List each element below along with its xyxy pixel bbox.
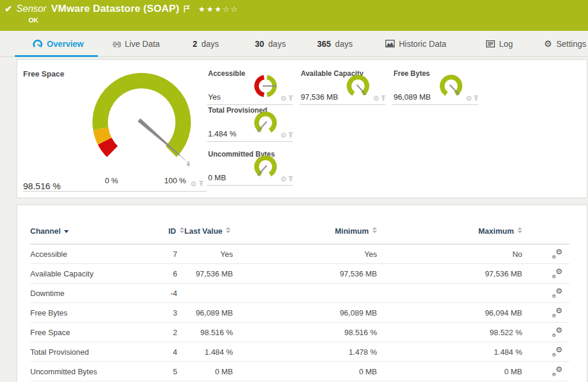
table-row[interactable]: Total Provisioned 4 1.484 % 1.478 % 1.48… [30,342,570,362]
pin-icon[interactable]: Ŧ [289,131,293,139]
cell-channel-id: 3 [167,303,184,323]
cell-channel-id: 7 [167,244,184,264]
tab-log[interactable]: Log [486,31,513,56]
cell-channel-id: 5 [167,362,184,381]
gauge-tile-accessible[interactable]: Accessible Yes ⚙ Ŧ [207,68,293,105]
channel-settings-icon[interactable]: ⚙⚙ [552,268,563,278]
channel-settings-icon[interactable]: ⚙⚙ [552,366,563,375]
cell-channel-name: Downtime [30,284,167,303]
column-header-last-value[interactable]: Last Value [184,222,238,244]
gauge-tile-free-bytes[interactable]: Free Bytes 96,089 MB ⚙ Ŧ [392,68,478,105]
column-header-channel[interactable]: Channel [30,222,167,244]
pin-icon[interactable]: Ŧ [199,180,203,188]
table-row[interactable]: Uncommitted Bytes 5 0 MB 0 MB 0 MB ⚙⚙ [30,362,570,381]
gauge-max-label: 100 % [164,176,186,185]
pin-icon[interactable]: Ŧ [289,94,293,103]
priority-flag-icon[interactable] [183,5,190,13]
tab-live-data[interactable]: ((•)) Live Data [113,31,160,56]
sensor-title: VMware Datastore (SOAP) [51,3,179,15]
sort-icon [180,227,184,233]
column-header-actions [525,222,570,244]
channel-gear-icon[interactable]: ⚙ [373,94,379,103]
cell-last-value: Yes [184,244,238,264]
cell-channel-id: 6 [167,264,184,284]
cell-channel-id: -4 [167,284,184,303]
free-bytes-gauge [436,73,466,101]
tab-historic-data[interactable]: Historic Data [385,31,446,56]
log-icon [486,40,495,47]
gear-icon: ⚙ [544,39,552,49]
cell-last-value: 97,536 MB [184,264,238,284]
free-space-gauge: x̄ [79,68,205,180]
cell-channel-name: Uncommitted Bytes [30,362,167,381]
accessible-gauge [250,73,281,101]
tab-overview[interactable]: Overview [33,31,84,56]
channel-gear-icon[interactable]: ⚙ [190,180,197,188]
cell-last-value: 1.484 % [184,342,238,362]
cell-last-value: 98.516 % [184,323,238,342]
cell-maximum [380,284,525,303]
pin-icon[interactable]: Ŧ [289,175,293,183]
tab-2-days[interactable]: 2 days [193,31,219,56]
gauge-value: 0 MB [208,173,226,182]
table-row[interactable]: Available Capacity 6 97,536 MB 97,536 MB… [30,264,570,284]
sensor-header: ✔ Sensor VMware Datastore (SOAP) ★★★☆☆ O… [0,0,588,31]
channel-gear-icon[interactable]: ⚙ [280,175,287,183]
channel-gear-icon[interactable]: ⚙ [466,94,472,103]
active-tab-underline [15,55,98,57]
tab-30-days[interactable]: 30 days [255,31,286,56]
cell-minimum: Yes [238,244,380,264]
column-header-maximum[interactable]: Maximum [380,222,525,244]
channel-gear-icon[interactable]: ⚙ [280,94,287,103]
sort-icon [372,227,377,233]
tab-settings[interactable]: ⚙ Settings [544,31,586,56]
gauge-icon [33,39,43,49]
cell-channel-name: Free Bytes [30,303,167,323]
column-header-id[interactable]: ID [167,222,184,244]
pin-icon[interactable]: Ŧ [474,94,478,103]
gauge-value: 1.484 % [208,129,237,138]
live-data-icon: ((•)) [113,40,121,47]
priority-stars[interactable]: ★★★☆☆ [199,5,239,14]
channel-settings-icon[interactable]: ⚙⚙ [552,288,563,297]
total-provisioned-gauge [250,110,281,138]
cell-channel-name: Available Capacity [30,264,167,284]
column-header-minimum[interactable]: Minimum [238,222,380,244]
cell-last-value: 96,089 MB [184,303,238,323]
tab-365-days[interactable]: 365 days [317,31,353,56]
table-row[interactable]: Accessible 7 Yes Yes No ⚙⚙ [30,244,570,264]
average-marker: x̄ [187,160,190,167]
cell-maximum: No [380,244,525,264]
cell-last-value: 0 MB [184,362,238,381]
table-row[interactable]: Free Space 2 98.516 % 98.516 % 98.522 % … [30,323,570,342]
gauge-tile-free-space[interactable]: Free Space x̄ 0 % 100 % 98.516 % ⚙ Ŧ [23,65,207,192]
sort-icon [517,227,522,233]
channel-settings-icon[interactable]: ⚙⚙ [552,249,563,258]
gauge-min-label: 0 % [105,176,118,185]
table-row[interactable]: Free Bytes 3 96,089 MB 96,089 MB 96,094 … [30,303,570,323]
gauge-tile-total-provisioned[interactable]: Total Provisioned 1.484 % ⚙ Ŧ [207,105,293,142]
cell-channel-id: 4 [167,342,184,362]
channel-settings-icon[interactable]: ⚙⚙ [552,346,563,356]
channel-settings-icon[interactable]: ⚙⚙ [552,307,563,317]
cell-channel-id: 2 [167,323,184,342]
channel-settings-icon[interactable]: ⚙⚙ [552,327,563,336]
gauge-tile-available-capacity[interactable]: Available Capacity 97,536 MB ⚙ Ŧ [299,68,385,105]
cell-minimum: 96,089 MB [238,303,380,323]
gauge-tile-uncommitted-bytes[interactable]: Uncommitted Bytes 0 MB ⚙ Ŧ [207,149,293,186]
table-row[interactable]: Downtime -4 ⚙⚙ [30,284,570,303]
channel-gear-icon[interactable]: ⚙ [280,131,287,139]
table-header-row: Channel ID Last Value Minimum Maximum [30,222,570,244]
sort-icon [226,227,231,233]
channel-table-body: Accessible 7 Yes Yes No ⚙⚙ Available Cap… [30,244,570,381]
cell-channel-name: Free Space [30,323,167,342]
uncommitted-bytes-gauge [250,154,281,182]
sensor-status-badge: OK [28,17,39,24]
available-capacity-gauge [343,73,373,101]
cell-last-value [184,284,238,303]
gauges-panel: Free Space x̄ 0 % 100 % 98.516 % ⚙ Ŧ Acc… [17,59,587,198]
mini-gauges: Accessible Yes ⚙ Ŧ Available Capacity 97… [207,68,574,186]
cell-maximum: 0 MB [380,362,525,381]
pin-icon[interactable]: Ŧ [381,94,385,103]
cell-channel-name: Accessible [30,244,167,264]
